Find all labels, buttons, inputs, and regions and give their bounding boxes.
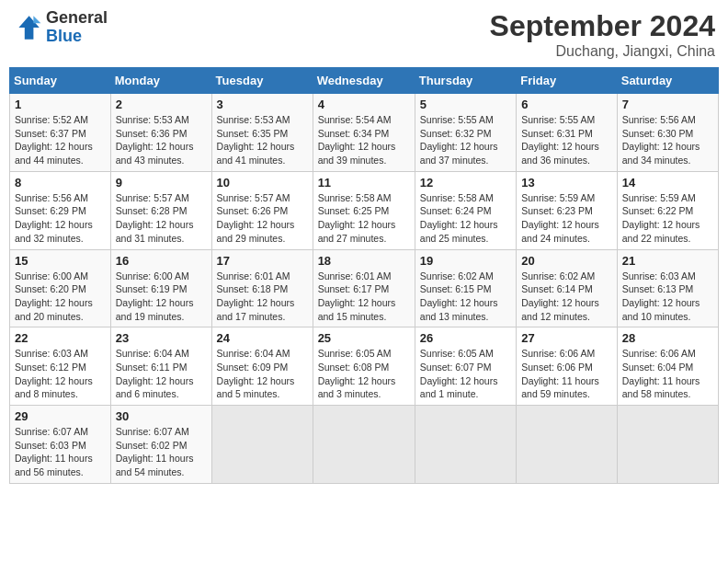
- day-info: Sunrise: 6:02 AMSunset: 6:15 PMDaylight:…: [420, 270, 498, 322]
- logo-general-text: General: [46, 9, 108, 28]
- week-row-3: 15 Sunrise: 6:00 AMSunset: 6:20 PMDaylig…: [10, 249, 719, 327]
- day-info: Sunrise: 6:03 AMSunset: 6:13 PMDaylight:…: [622, 270, 700, 322]
- day-number: 2: [116, 98, 207, 111]
- day-info: Sunrise: 5:53 AMSunset: 6:36 PMDaylight:…: [116, 114, 194, 166]
- calendar-cell: 13 Sunrise: 5:59 AMSunset: 6:23 PMDaylig…: [517, 171, 618, 249]
- calendar-cell: [617, 406, 718, 484]
- week-row-4: 22 Sunrise: 6:03 AMSunset: 6:12 PMDaylig…: [10, 327, 719, 406]
- day-number: 6: [521, 98, 612, 111]
- day-number: 23: [116, 331, 207, 345]
- calendar-cell: [415, 406, 516, 484]
- day-info: Sunrise: 5:54 AMSunset: 6:34 PMDaylight:…: [318, 114, 396, 166]
- day-info: Sunrise: 5:55 AMSunset: 6:32 PMDaylight:…: [420, 114, 498, 166]
- day-info: Sunrise: 5:55 AMSunset: 6:31 PMDaylight:…: [521, 114, 599, 166]
- day-info: Sunrise: 5:52 AMSunset: 6:37 PMDaylight:…: [15, 114, 93, 166]
- day-number: 5: [420, 98, 511, 111]
- calendar-cell: 12 Sunrise: 5:58 AMSunset: 6:24 PMDaylig…: [415, 171, 516, 249]
- day-info: Sunrise: 6:05 AMSunset: 6:07 PMDaylight:…: [420, 348, 498, 399]
- day-info: Sunrise: 5:57 AMSunset: 6:28 PMDaylight:…: [116, 192, 194, 244]
- day-info: Sunrise: 6:00 AMSunset: 6:19 PMDaylight:…: [116, 270, 194, 322]
- calendar-cell: 7 Sunrise: 5:56 AMSunset: 6:30 PMDayligh…: [617, 94, 718, 172]
- day-info: Sunrise: 6:04 AMSunset: 6:11 PMDaylight:…: [116, 348, 194, 399]
- calendar-cell: 16 Sunrise: 6:00 AMSunset: 6:19 PMDaylig…: [110, 249, 211, 327]
- calendar-cell: 3 Sunrise: 5:53 AMSunset: 6:35 PMDayligh…: [211, 94, 313, 172]
- day-number: 29: [15, 409, 106, 423]
- calendar-cell: 10 Sunrise: 5:57 AMSunset: 6:26 PMDaylig…: [211, 171, 313, 249]
- calendar-cell: 23 Sunrise: 6:04 AMSunset: 6:11 PMDaylig…: [110, 327, 211, 406]
- day-info: Sunrise: 5:58 AMSunset: 6:25 PMDaylight:…: [318, 192, 396, 244]
- day-number: 14: [622, 176, 713, 190]
- day-info: Sunrise: 6:01 AMSunset: 6:18 PMDaylight:…: [217, 270, 295, 322]
- day-info: Sunrise: 6:06 AMSunset: 6:04 PMDaylight:…: [622, 348, 700, 399]
- day-number: 17: [217, 254, 308, 268]
- day-number: 22: [15, 331, 106, 345]
- week-row-5: 29 Sunrise: 6:07 AMSunset: 6:03 PMDaylig…: [10, 406, 719, 484]
- day-number: 28: [622, 331, 713, 345]
- day-number: 20: [521, 254, 612, 268]
- header-day-friday: Friday: [517, 68, 618, 94]
- day-number: 19: [420, 254, 511, 268]
- day-number: 26: [420, 331, 511, 345]
- day-number: 4: [318, 98, 410, 111]
- calendar-cell: 30 Sunrise: 6:07 AMSunset: 6:02 PMDaylig…: [110, 406, 211, 484]
- header-day-tuesday: Tuesday: [211, 68, 313, 94]
- day-info: Sunrise: 5:56 AMSunset: 6:29 PMDaylight:…: [15, 192, 93, 244]
- logo: General Blue: [13, 9, 108, 46]
- day-info: Sunrise: 5:53 AMSunset: 6:35 PMDaylight:…: [217, 114, 295, 166]
- calendar-cell: 17 Sunrise: 6:01 AMSunset: 6:18 PMDaylig…: [211, 249, 313, 327]
- header-row: SundayMondayTuesdayWednesdayThursdayFrid…: [10, 68, 719, 94]
- calendar-cell: 24 Sunrise: 6:04 AMSunset: 6:09 PMDaylig…: [211, 327, 313, 406]
- calendar-cell: 8 Sunrise: 5:56 AMSunset: 6:29 PMDayligh…: [10, 171, 111, 249]
- day-info: Sunrise: 6:00 AMSunset: 6:20 PMDaylight:…: [15, 270, 93, 322]
- day-number: 27: [521, 331, 612, 345]
- header-day-saturday: Saturday: [617, 68, 718, 94]
- calendar-cell: 5 Sunrise: 5:55 AMSunset: 6:32 PMDayligh…: [415, 94, 516, 172]
- day-number: 7: [622, 98, 713, 111]
- day-number: 8: [15, 176, 106, 190]
- calendar-cell: 9 Sunrise: 5:57 AMSunset: 6:28 PMDayligh…: [110, 171, 211, 249]
- day-number: 9: [116, 176, 207, 190]
- day-info: Sunrise: 6:07 AMSunset: 6:03 PMDaylight:…: [15, 426, 93, 477]
- calendar-cell: 29 Sunrise: 6:07 AMSunset: 6:03 PMDaylig…: [10, 406, 111, 484]
- calendar-cell: 25 Sunrise: 6:05 AMSunset: 6:08 PMDaylig…: [313, 327, 415, 406]
- calendar-cell: 20 Sunrise: 6:02 AMSunset: 6:14 PMDaylig…: [517, 249, 618, 327]
- calendar-cell: 1 Sunrise: 5:52 AMSunset: 6:37 PMDayligh…: [10, 94, 111, 172]
- day-number: 1: [15, 98, 106, 111]
- calendar-cell: 6 Sunrise: 5:55 AMSunset: 6:31 PMDayligh…: [517, 94, 618, 172]
- calendar-cell: 22 Sunrise: 6:03 AMSunset: 6:12 PMDaylig…: [10, 327, 111, 406]
- day-info: Sunrise: 6:04 AMSunset: 6:09 PMDaylight:…: [217, 348, 295, 399]
- logo-blue-text: Blue: [46, 28, 108, 46]
- day-number: 10: [217, 176, 308, 190]
- day-info: Sunrise: 6:01 AMSunset: 6:17 PMDaylight:…: [318, 270, 396, 322]
- calendar-cell: 26 Sunrise: 6:05 AMSunset: 6:07 PMDaylig…: [415, 327, 516, 406]
- calendar-subtitle: Duchang, Jiangxi, China: [490, 43, 715, 60]
- svg-marker-1: [33, 16, 40, 23]
- calendar-cell: 19 Sunrise: 6:02 AMSunset: 6:15 PMDaylig…: [415, 249, 516, 327]
- calendar-cell: 2 Sunrise: 5:53 AMSunset: 6:36 PMDayligh…: [110, 94, 211, 172]
- week-row-1: 1 Sunrise: 5:52 AMSunset: 6:37 PMDayligh…: [10, 94, 719, 172]
- day-number: 16: [116, 254, 207, 268]
- day-number: 24: [217, 331, 308, 345]
- calendar-cell: [313, 406, 415, 484]
- calendar-body: 1 Sunrise: 5:52 AMSunset: 6:37 PMDayligh…: [10, 94, 719, 484]
- day-info: Sunrise: 6:02 AMSunset: 6:14 PMDaylight:…: [521, 270, 599, 322]
- header-day-wednesday: Wednesday: [313, 68, 415, 94]
- day-number: 13: [521, 176, 612, 190]
- calendar-title: September 2024: [490, 9, 715, 43]
- header-day-sunday: Sunday: [10, 68, 111, 94]
- day-number: 30: [116, 409, 207, 423]
- calendar-cell: 11 Sunrise: 5:58 AMSunset: 6:25 PMDaylig…: [313, 171, 415, 249]
- calendar-cell: [517, 406, 618, 484]
- day-number: 25: [318, 331, 410, 345]
- day-info: Sunrise: 5:59 AMSunset: 6:23 PMDaylight:…: [521, 192, 599, 244]
- calendar-cell: 21 Sunrise: 6:03 AMSunset: 6:13 PMDaylig…: [617, 249, 718, 327]
- page-header: General Blue September 2024 Duchang, Jia…: [9, 9, 719, 60]
- day-info: Sunrise: 6:03 AMSunset: 6:12 PMDaylight:…: [15, 348, 93, 399]
- day-info: Sunrise: 5:58 AMSunset: 6:24 PMDaylight:…: [420, 192, 498, 244]
- title-block: September 2024 Duchang, Jiangxi, China: [490, 9, 715, 60]
- calendar-cell: 27 Sunrise: 6:06 AMSunset: 6:06 PMDaylig…: [517, 327, 618, 406]
- logo-icon: [13, 13, 42, 42]
- header-day-thursday: Thursday: [415, 68, 516, 94]
- calendar-cell: [211, 406, 313, 484]
- day-number: 21: [622, 254, 713, 268]
